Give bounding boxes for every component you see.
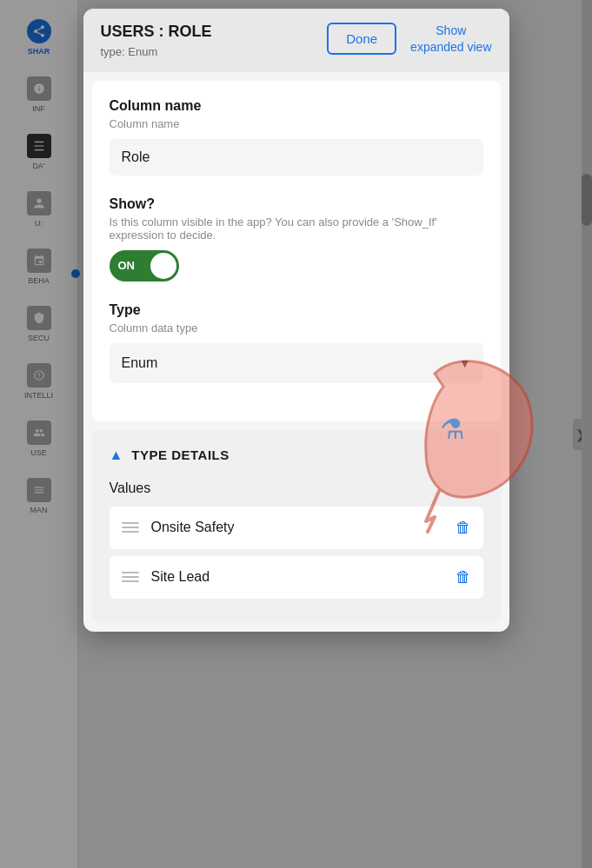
show-toggle[interactable]: ON xyxy=(110,250,179,282)
type-description: Column data type xyxy=(110,321,483,335)
show-label: Show? xyxy=(110,196,483,212)
modal-type-label: type: Enum xyxy=(101,45,317,58)
modal-title: USERS : ROLE xyxy=(101,23,317,42)
values-label: Values xyxy=(110,480,483,496)
list-item-text: Onsite Safety xyxy=(151,520,443,535)
list-item-text: Site Lead xyxy=(151,569,443,585)
show-expanded-link[interactable]: Showexpanded view xyxy=(410,23,491,54)
list-item: Site Lead 🗑 xyxy=(110,556,483,599)
drag-handle-icon[interactable] xyxy=(122,572,139,582)
type-select-value: Enum xyxy=(122,355,158,371)
modal-body: Column name Column name Show? Is this co… xyxy=(92,81,501,421)
modal-dialog: USERS : ROLE type: Enum Done Showexpande… xyxy=(83,9,509,632)
delete-icon[interactable]: 🗑 xyxy=(456,568,471,586)
column-name-input[interactable] xyxy=(110,139,483,176)
toggle-on-label: ON xyxy=(110,259,148,272)
column-name-description: Column name xyxy=(110,117,483,130)
column-name-label: Column name xyxy=(110,98,483,114)
toggle-container: ON xyxy=(110,250,483,282)
show-description: Is this column visible in the app? You c… xyxy=(110,215,483,242)
list-item: Onsite Safety 🗑 xyxy=(110,507,483,549)
delete-icon[interactable]: 🗑 xyxy=(456,519,471,537)
show-section: Show? Is this column visible in the app?… xyxy=(110,196,483,282)
chevron-up-icon[interactable]: ▲ xyxy=(110,447,123,463)
modal-header: USERS : ROLE type: Enum Done Showexpande… xyxy=(83,9,509,72)
type-details-section: ▲ TYPE DETAILS Values Onsite Safety 🗑 xyxy=(92,430,501,623)
type-section: Type Column data type Enum ▼ xyxy=(110,302,483,383)
type-label: Type xyxy=(110,302,483,318)
chevron-down-icon: ▼ xyxy=(459,356,471,370)
type-details-header: ▲ TYPE DETAILS xyxy=(110,447,483,463)
modal-header-actions: Done Showexpanded view xyxy=(327,23,491,55)
type-details-title: TYPE DETAILS xyxy=(131,447,229,462)
modal-title-block: USERS : ROLE type: Enum xyxy=(101,23,317,58)
done-button[interactable]: Done xyxy=(327,23,396,55)
type-select[interactable]: Enum ▼ xyxy=(110,343,483,383)
drag-handle-icon[interactable] xyxy=(122,522,139,533)
toggle-thumb xyxy=(150,253,176,279)
column-name-section: Column name Column name xyxy=(110,98,483,176)
modal-overlay: USERS : ROLE type: Enum Done Showexpande… xyxy=(0,0,592,868)
